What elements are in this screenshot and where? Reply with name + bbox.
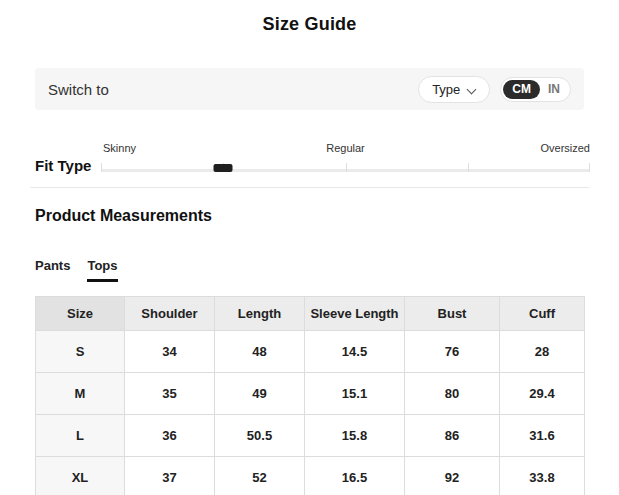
switch-bar: Switch to Type CM IN [35,68,584,110]
fit-option-oversized: Oversized [540,142,590,154]
column-header-size: Size [36,297,125,331]
tab-pants[interactable]: Pants [35,258,70,282]
table-row: S 34 48 14.5 76 28 [36,331,585,373]
fit-option-regular: Regular [326,142,365,154]
fit-type-slider[interactable]: Skinny Regular Oversized [101,142,590,172]
table-row: L 36 50.5 15.8 86 31.6 [36,415,585,457]
value-cell: 16.5 [305,457,405,495]
value-cell: 76 [405,331,500,373]
slider-tick [589,163,590,172]
tab-tops[interactable]: Tops [87,258,117,282]
column-header-bust: Bust [405,297,500,331]
unit-option-cm[interactable]: CM [503,80,540,99]
page-title: Size Guide [35,14,584,35]
value-cell: 48 [215,331,305,373]
value-cell: 28 [500,331,585,373]
value-cell: 29.4 [500,373,585,415]
fit-option-skinny: Skinny [103,142,136,154]
fit-type-section: Fit Type Skinny Regular Oversized [35,142,584,172]
size-cell: S [36,331,125,373]
fit-type-label: Fit Type [35,157,101,174]
size-guide-dialog: Size Guide Switch to Type CM IN Fit Type… [0,14,619,495]
switch-controls: Type CM IN [418,76,571,103]
type-dropdown-button[interactable]: Type [418,76,490,103]
table-row: M 35 49 15.1 80 29.4 [36,373,585,415]
column-header-shoulder: Shoulder [125,297,215,331]
section-divider [30,187,589,188]
size-cell: XL [36,457,125,495]
value-cell: 15.8 [305,415,405,457]
value-cell: 36 [125,415,215,457]
chevron-down-icon [467,83,476,92]
value-cell: 80 [405,373,500,415]
unit-toggle[interactable]: CM IN [500,77,571,102]
slider-tick [468,163,469,172]
fit-type-options: Skinny Regular Oversized [101,142,590,156]
value-cell: 86 [405,415,500,457]
size-cell: M [36,373,125,415]
column-header-sleeve-length: Sleeve Length [305,297,405,331]
value-cell: 14.5 [305,331,405,373]
fit-type-track[interactable] [101,163,590,172]
value-cell: 34 [125,331,215,373]
value-cell: 52 [215,457,305,495]
slider-tick [346,163,347,172]
value-cell: 50.5 [215,415,305,457]
switch-to-label: Switch to [48,81,109,98]
value-cell: 15.1 [305,373,405,415]
fit-type-handle[interactable] [214,164,233,172]
value-cell: 31.6 [500,415,585,457]
measurement-tabs: Pants Tops [35,258,584,282]
column-header-length: Length [215,297,305,331]
size-cell: L [36,415,125,457]
table-header-row: Size Shoulder Length Sleeve Length Bust … [36,297,585,331]
value-cell: 92 [405,457,500,495]
measurements-table: Size Shoulder Length Sleeve Length Bust … [35,296,585,495]
value-cell: 35 [125,373,215,415]
column-header-cuff: Cuff [500,297,585,331]
type-dropdown-label: Type [432,82,460,97]
unit-option-in[interactable]: IN [540,80,568,99]
value-cell: 49 [215,373,305,415]
product-measurements-title: Product Measurements [35,207,584,225]
table-row: XL 37 52 16.5 92 33.8 [36,457,585,495]
value-cell: 33.8 [500,457,585,495]
value-cell: 37 [125,457,215,495]
slider-tick [101,163,102,172]
